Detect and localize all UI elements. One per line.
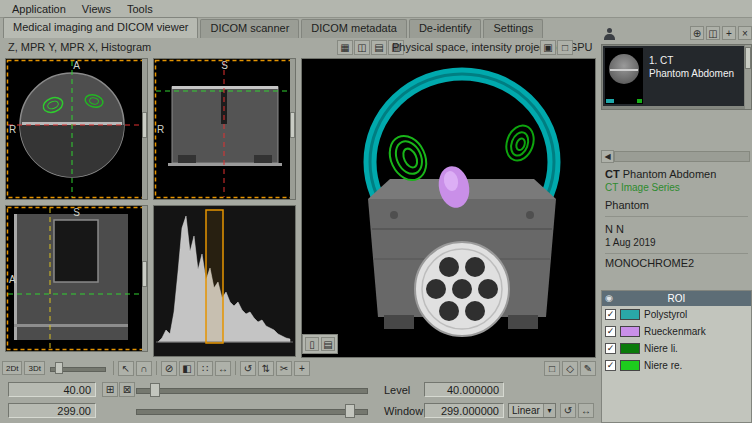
- fit-window-icon[interactable]: ↔: [578, 403, 594, 418]
- window-slider[interactable]: [136, 403, 368, 419]
- close-icon[interactable]: ×: [738, 26, 752, 40]
- interaction-toolbar: 2Dt 3Dt ↖ ∩ ⊘ ◧ ∷ ↔ ↺ ⇅ ✂ + □ ◇ ✎: [0, 358, 600, 378]
- window-slider-handle[interactable]: [345, 404, 355, 418]
- roi-color-swatch: [620, 343, 640, 354]
- pan-tool-icon[interactable]: ↔: [215, 361, 231, 376]
- menu-tools[interactable]: Tools: [119, 2, 161, 16]
- series-name-label: Phantom Abdomen: [649, 67, 734, 80]
- menu-views[interactable]: Views: [74, 2, 119, 16]
- orientation-letter-left: R: [9, 124, 16, 135]
- orientation-letter-top: A: [73, 60, 80, 71]
- roi-checkbox[interactable]: ✓: [605, 343, 616, 354]
- slice-scrollbar[interactable]: [142, 59, 147, 199]
- histogram-plot: [154, 206, 295, 356]
- modality-label: CT: [605, 168, 620, 180]
- tab-dicom-scanner[interactable]: DICOM scanner: [200, 19, 299, 38]
- roi-checkbox[interactable]: ✓: [605, 326, 616, 337]
- add-icon[interactable]: +: [722, 26, 736, 40]
- orientation-letter-top: S: [73, 207, 80, 218]
- viewport-mini-toolbar: ▯ ▤: [302, 334, 338, 354]
- roi-color-swatch: [620, 309, 640, 320]
- slice-scrollbar[interactable]: [290, 59, 295, 199]
- visibility-column-icon: ◉: [605, 291, 613, 306]
- roi-checkbox[interactable]: ✓: [605, 309, 616, 320]
- layout-description-label: Z, MPR Y, MPR X, Histogram: [8, 41, 151, 53]
- table-icon[interactable]: ⊞: [102, 382, 118, 397]
- orientation-letter-top: S: [221, 60, 228, 71]
- magnet-tool-icon[interactable]: ∩: [136, 361, 152, 376]
- mode-2d-button[interactable]: 2Dt: [2, 361, 22, 375]
- roi-item[interactable]: ✓ Niere li.: [602, 340, 751, 357]
- cube-view-icon[interactable]: ▤: [321, 337, 335, 351]
- viewport-sagittal[interactable]: S A: [5, 205, 148, 352]
- chevron-down-icon[interactable]: ▾: [543, 404, 555, 417]
- tab-dicom-metadata[interactable]: DICOM metadata: [301, 19, 407, 38]
- roi-panel-header: ◉ ROI: [602, 291, 751, 306]
- roi-color-swatch: [620, 360, 640, 371]
- pointer-tool-icon[interactable]: ↖: [118, 361, 134, 376]
- viewport-3d[interactable]: ▯ ▤: [301, 58, 596, 358]
- data-manager-sidebar: ⊕ ◫ + × 1. CT Phantom Abdomen ◀: [601, 24, 752, 423]
- points-tool-icon[interactable]: ∷: [197, 361, 213, 376]
- tab-de-identify[interactable]: De-identify: [409, 19, 482, 38]
- reset-window-icon[interactable]: ↺: [560, 403, 576, 418]
- window-level-tool-icon[interactable]: ◧: [179, 361, 195, 376]
- orientation-letter-left: R: [157, 124, 164, 135]
- series-list-scrollbar[interactable]: [745, 45, 751, 109]
- viewport-axial[interactable]: A R: [5, 58, 148, 200]
- mode-3d-button[interactable]: 3Dt: [24, 361, 44, 375]
- series-item-selected[interactable]: 1. CT Phantom Abdomen: [603, 46, 744, 106]
- roi-item[interactable]: ✓ Polystyrol: [602, 306, 751, 323]
- cut-tool-icon[interactable]: ✂: [276, 361, 292, 376]
- viewport-coronal[interactable]: S R: [153, 58, 296, 200]
- level-slider[interactable]: [136, 382, 368, 398]
- pen-tool-icon[interactable]: ✎: [580, 361, 596, 376]
- time-slider[interactable]: [50, 361, 106, 375]
- zoom-tool-icon[interactable]: ⇅: [258, 361, 274, 376]
- level-spinbox[interactable]: 40.00: [8, 382, 96, 397]
- roi-item[interactable]: ✓ Rueckenmark: [602, 323, 751, 340]
- roi-item[interactable]: ✓ Niere re.: [602, 357, 751, 374]
- add-node-icon[interactable]: ⊕: [690, 26, 704, 40]
- restore-view-icon[interactable]: □: [557, 40, 573, 55]
- add-tool-icon[interactable]: +: [294, 361, 310, 376]
- series-thumbnail: [605, 48, 643, 104]
- window-spinbox[interactable]: 299.00: [8, 403, 96, 418]
- layout-grid-icon[interactable]: ▦: [337, 40, 353, 55]
- viewer-toolbar: Z, MPR Y, MPR X, Histogram ▦ ◫ ▤ ▥ Physi…: [0, 39, 600, 57]
- window-value-box[interactable]: 299.000000: [424, 403, 504, 418]
- level-slider-handle[interactable]: [150, 383, 160, 397]
- details-scrollbar[interactable]: ◀: [601, 150, 752, 163]
- level-row: 40.00 ⊞ ⊠ Level 40.000000: [0, 380, 600, 401]
- rotate-tool-icon[interactable]: ↺: [240, 361, 256, 376]
- interpolation-select[interactable]: Linear ▾: [508, 403, 556, 418]
- time-slider-handle[interactable]: [55, 362, 63, 374]
- study-date-label: 1 Aug 2019: [605, 237, 748, 248]
- lock-icon[interactable]: ⊠: [119, 382, 135, 397]
- tab-medical-imaging[interactable]: Medical imaging and DICOM viewer: [3, 17, 198, 38]
- scroll-left-icon[interactable]: ◀: [601, 150, 614, 163]
- viewport-window-buttons: ▣ □: [540, 40, 573, 55]
- window-label: Window: [384, 405, 423, 417]
- maximize-view-icon[interactable]: ▣: [540, 40, 556, 55]
- viewport-histogram[interactable]: [153, 205, 296, 357]
- marquee-tool-icon[interactable]: □: [544, 361, 560, 376]
- frame-view-icon[interactable]: ▯: [305, 337, 319, 351]
- tab-settings[interactable]: Settings: [483, 19, 543, 38]
- menu-application[interactable]: Application: [4, 2, 74, 16]
- slice-scrollbar[interactable]: [142, 206, 147, 351]
- layout-rows-icon[interactable]: ▤: [371, 40, 387, 55]
- window-row: 299.00 Window 299.000000 Linear ▾ ↺ ↔: [0, 401, 600, 422]
- level-value-box[interactable]: 40.000000: [424, 382, 504, 397]
- crosshair-off-icon[interactable]: ⊘: [161, 361, 177, 376]
- layout-2x2-icon[interactable]: ◫: [354, 40, 370, 55]
- series-index-label: 1. CT: [649, 54, 734, 67]
- level-label: Level: [384, 384, 410, 396]
- diamond-tool-icon[interactable]: ◇: [562, 361, 578, 376]
- roi-checkbox[interactable]: ✓: [605, 360, 616, 371]
- photometric-label: MONOCHROME2: [605, 257, 748, 269]
- roi-header-title: ROI: [668, 293, 686, 304]
- layout-node-icon[interactable]: ◫: [706, 26, 720, 40]
- roi-label: Niere re.: [644, 360, 682, 371]
- menu-bar: Application Views Tools: [0, 0, 752, 18]
